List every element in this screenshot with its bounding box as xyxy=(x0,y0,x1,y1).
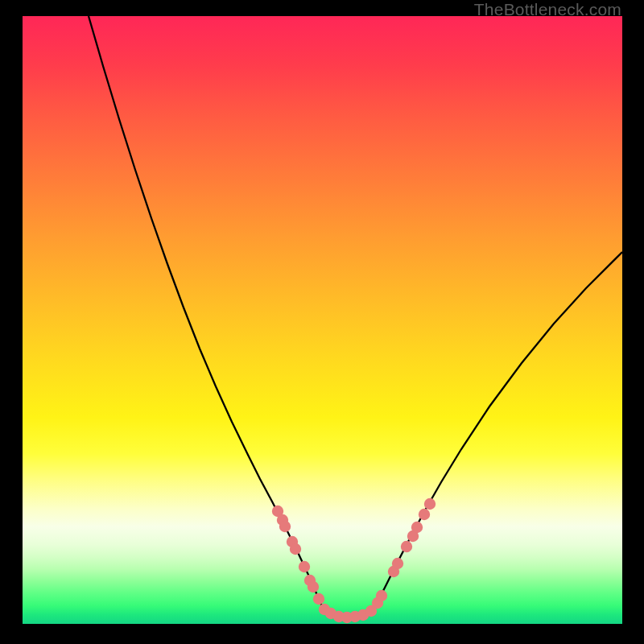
watermark-text: TheBottleneck.com xyxy=(474,0,621,19)
gradient-plot-area xyxy=(23,16,622,624)
